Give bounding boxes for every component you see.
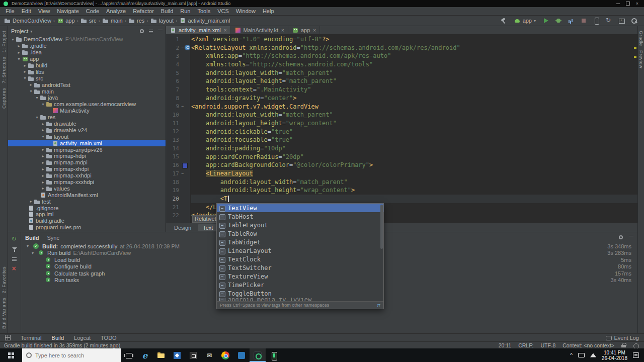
collapse-arrow-icon[interactable]: ▾ <box>25 244 30 248</box>
tree-arrow[interactable]: ▸ <box>40 147 46 152</box>
tool-button-2-favorites[interactable]: 2: Favorites <box>1 266 7 293</box>
tree-item-build[interactable]: ▸build <box>8 62 166 69</box>
tree-item-res[interactable]: ▾res <box>8 114 166 121</box>
menu-window[interactable]: Window <box>232 8 259 14</box>
tree-item-androidtest[interactable]: ▸androidTest <box>8 81 166 88</box>
code-area[interactable]: <?xml version="1.0" encoding="utf-8"?><R… <box>190 34 637 223</box>
filter-icon[interactable] <box>11 246 18 253</box>
taskbar-clock[interactable]: 10:41 PM 26-04-2018 <box>602 350 627 361</box>
breadcrumb-item-main[interactable]: main <box>102 18 123 24</box>
tool-window-switcher-icon[interactable] <box>5 335 11 340</box>
code-line[interactable]: android:focusable="true" <box>191 136 637 144</box>
menu-edit[interactable]: Edit <box>18 8 35 14</box>
code-line[interactable]: android:layout_height="wrap_content" <box>191 119 637 128</box>
tool-button-gradle[interactable]: Gradle <box>638 31 644 46</box>
tree-arrow[interactable]: ▾ <box>22 76 28 80</box>
code-line[interactable]: android:gravity="center"> <box>191 94 637 103</box>
tree-item-drawable[interactable]: ▸drawable <box>8 121 166 127</box>
tree-arrow[interactable]: ▸ <box>40 160 46 165</box>
tree-item-test[interactable]: ▸test <box>8 198 166 205</box>
editor-scrollbar[interactable] <box>632 34 637 223</box>
completion-item-textswitcher[interactable]: TextSwitcher <box>217 263 383 272</box>
tool-window-button-terminal[interactable]: Terminal <box>21 335 42 341</box>
relevance-sort-icon[interactable]: π <box>377 303 380 308</box>
taskbar-app-android-studio[interactable] <box>250 348 266 362</box>
code-line[interactable]: android:layout_width="match_parent" <box>191 69 637 77</box>
menu-vcs[interactable]: VCS <box>214 8 232 14</box>
code-line[interactable]: xmlns:app="http://schemas.android.com/ap… <box>191 52 637 60</box>
code-line[interactable]: tools:context=".MainActivity" <box>191 85 637 94</box>
breadcrumb-item-res[interactable]: res <box>128 18 144 24</box>
close-button[interactable]: × <box>636 2 638 6</box>
tree-arrow[interactable]: ▾ <box>34 96 40 100</box>
tree-arrow[interactable]: ▾ <box>40 102 46 107</box>
code-line[interactable]: app:cardBackgroundColor="@color/colorPri… <box>191 161 637 169</box>
breadcrumb-item-app[interactable]: app <box>57 18 74 24</box>
breadcrumb-item-layout[interactable]: layout <box>150 18 174 24</box>
tree-item-mipmap-mdpi[interactable]: ▸mipmap-mdpi <box>8 159 166 166</box>
search-icon[interactable] <box>630 17 638 25</box>
taskbar-app-emulator[interactable] <box>266 348 282 362</box>
code-line[interactable]: app:cardCornerRadius="20dp" <box>191 153 637 161</box>
tree-item-activity-main-xml[interactable]: activity_main.xml <box>8 140 166 146</box>
tool-button-1-project[interactable]: 1: Project <box>1 31 7 52</box>
lock-icon[interactable] <box>621 342 626 348</box>
mode-tab-text[interactable]: Text <box>198 224 218 231</box>
expand-all-icon[interactable] <box>11 256 18 263</box>
completion-scrollbar[interactable] <box>380 205 383 249</box>
tree-arrow[interactable]: ▸ <box>40 186 46 191</box>
taskbar-app-mail[interactable]: ✉ <box>201 348 217 362</box>
tree-item-src[interactable]: ▾src <box>8 75 166 81</box>
editor-tab-mainactivity-kt[interactable]: MainActivity.kt× <box>231 26 288 34</box>
code-line[interactable]: <RelativeLayout xmlns:android="http://sc… <box>191 44 637 52</box>
tree-item-mipmap-xxxhdpi[interactable]: ▸mipmap-xxxhdpi <box>8 179 166 186</box>
start-button[interactable] <box>0 348 22 362</box>
taskbar-app-store[interactable] <box>185 348 201 362</box>
tree-arrow[interactable]: ▸ <box>22 69 28 74</box>
completion-item-linearlayout[interactable]: LinearLayout <box>217 246 383 255</box>
taskbar-app-edge[interactable]: e <box>137 348 153 362</box>
taskbar-app-photos[interactable] <box>169 348 185 362</box>
fold-marker[interactable]: − <box>181 46 184 50</box>
tree-arrow[interactable]: ▸ <box>16 50 22 55</box>
breadcrumb-item-democardview[interactable]: DemoCardView <box>4 18 51 24</box>
menu-file[interactable]: File <box>2 8 18 14</box>
code-line[interactable]: <android.support.v7.widget.CardView <box>191 103 637 111</box>
editor-tab-activity-main-xml[interactable]: activity_main.xml× <box>166 26 231 34</box>
tree-arrow[interactable]: ▸ <box>40 180 46 185</box>
tree-item-mipmap-xhdpi[interactable]: ▸mipmap-xhdpi <box>8 166 166 172</box>
menu-view[interactable]: View <box>35 8 54 14</box>
collapse-arrow-icon[interactable]: ▾ <box>30 251 35 255</box>
search-input[interactable] <box>35 352 108 358</box>
run-config-selector[interactable]: app▾ <box>512 17 537 25</box>
tree-item-build-gradle[interactable]: build.gradle <box>8 218 166 224</box>
tool-button-preview[interactable]: Preview <box>638 50 644 68</box>
warning-stripe-mark[interactable] <box>634 47 636 49</box>
completion-item-textureview[interactable]: TextureView <box>217 272 383 281</box>
minimize-button[interactable] <box>616 4 620 4</box>
file-encoding[interactable]: UTF-8 <box>541 342 556 348</box>
debug-icon[interactable] <box>554 17 562 25</box>
tree-item-app[interactable]: ▾app <box>8 56 166 62</box>
network-icon[interactable] <box>590 353 596 357</box>
sync-icon[interactable] <box>605 17 613 25</box>
warning-stripe-mark[interactable] <box>634 56 636 58</box>
tree-item-democardview[interactable]: ▾DemoCardViewE:\Aish\DemoCardView <box>8 36 166 43</box>
tree-item-idea[interactable]: ▸.idea <box>8 49 166 56</box>
tree-arrow[interactable]: ▾ <box>16 57 22 61</box>
hide-panel-icon[interactable] <box>628 235 633 240</box>
tree-item-gradle[interactable]: ▸.gradle <box>8 43 166 49</box>
completion-item-textview[interactable]: TextView <box>217 204 383 212</box>
tree-item-values[interactable]: ▸values <box>8 185 166 192</box>
menu-code[interactable]: Code <box>83 8 103 14</box>
run-icon[interactable] <box>542 17 550 25</box>
taskbar-app-vs-code[interactable] <box>233 348 250 362</box>
tree-item-java[interactable]: ▾java <box>8 95 166 101</box>
menu-navigate[interactable]: Navigate <box>53 8 82 14</box>
code-line[interactable]: <LinearLayout <box>191 169 637 178</box>
tree-arrow[interactable]: ▾ <box>40 134 46 139</box>
tree-arrow[interactable]: ▸ <box>40 167 46 171</box>
completion-item-tabwidget[interactable]: TabWidget <box>217 238 383 246</box>
action-center-icon[interactable] <box>633 352 639 358</box>
tree-arrow[interactable]: ▸ <box>22 63 28 68</box>
